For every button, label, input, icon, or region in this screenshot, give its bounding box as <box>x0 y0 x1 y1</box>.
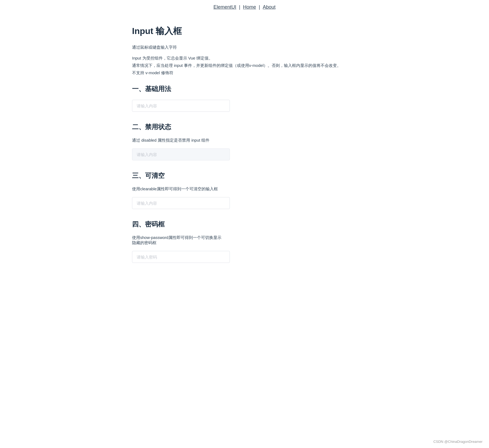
navigation: ElementUI | Home | About <box>0 0 489 14</box>
description-line2: 通常情况下，应当处理 input 事件，并更新组件的绑定值（或使用v-model… <box>132 62 357 69</box>
password-input-wrapper <box>132 251 357 263</box>
password-desc-line2: 隐藏的密码框 <box>132 240 156 245</box>
section-title-basic: 一、基础用法 <box>132 85 357 93</box>
disabled-input <box>132 148 230 160</box>
section-title-password: 四、密码框 <box>132 220 357 229</box>
nav-sep-1: | <box>239 4 240 10</box>
page-subtitle: 通过鼠标或键盘输入字符 <box>132 45 357 50</box>
section-title-disabled: 二、禁用状态 <box>132 123 357 131</box>
page-description: Input 为受控组件，它总会显示 Vue 绑定值。 通常情况下，应当处理 in… <box>132 54 357 76</box>
clearable-input[interactable] <box>132 197 230 209</box>
section-desc-clearable: 使用clearable属性即可得到一个可清空的输入框 <box>132 186 357 192</box>
section-desc-password: 使用show-password属性即可得到一个可切换显示 隐藏的密码框 <box>132 235 357 245</box>
main-content: Input 输入框 通过鼠标或键盘输入字符 Input 为受控组件，它总会显示 … <box>122 14 367 285</box>
description-line3: 不支持 v-model 修饰符 <box>132 69 357 76</box>
footer-label: CSDN @ChinaDragonDreamer <box>433 440 482 444</box>
basic-input-wrapper <box>132 100 357 112</box>
nav-elementui[interactable]: ElementUI <box>214 4 236 10</box>
disabled-input-wrapper <box>132 148 357 160</box>
basic-input[interactable] <box>132 100 230 112</box>
password-desc-line1: 使用show-password属性即可得到一个可切换显示 <box>132 235 221 240</box>
nav-sep-2: | <box>259 4 260 10</box>
section-desc-disabled: 通过 disabled 属性指定是否禁用 input 组件 <box>132 138 357 143</box>
nav-about[interactable]: About <box>263 4 275 10</box>
nav-home[interactable]: Home <box>243 4 256 10</box>
description-line1: Input 为受控组件，它总会显示 Vue 绑定值。 <box>132 54 357 62</box>
clearable-input-wrapper <box>132 197 357 209</box>
section-title-clearable: 三、可清空 <box>132 171 357 180</box>
page-title: Input 输入框 <box>132 25 357 37</box>
password-input[interactable] <box>132 251 230 263</box>
